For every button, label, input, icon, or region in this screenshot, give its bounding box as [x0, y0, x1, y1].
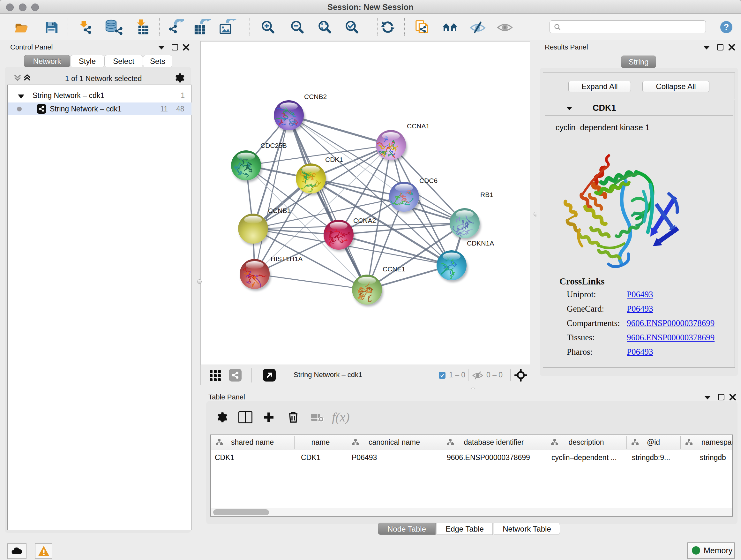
svg-text:CCNA2: CCNA2	[353, 217, 376, 224]
svg-text:CCNE1: CCNE1	[383, 265, 405, 273]
svg-text:CDK1: CDK1	[325, 156, 343, 163]
svg-text:CDKN1A: CDKN1A	[467, 240, 494, 247]
svg-text:RB1: RB1	[480, 191, 493, 198]
svg-text:HIST1H1A: HIST1H1A	[271, 255, 302, 262]
svg-text:CCNA1: CCNA1	[407, 122, 429, 130]
svg-text:CDC25B: CDC25B	[260, 142, 287, 149]
svg-text:CCNB1: CCNB1	[268, 207, 291, 214]
svg-text:CCNB2: CCNB2	[304, 93, 327, 100]
svg-text:CDC6: CDC6	[419, 177, 437, 184]
